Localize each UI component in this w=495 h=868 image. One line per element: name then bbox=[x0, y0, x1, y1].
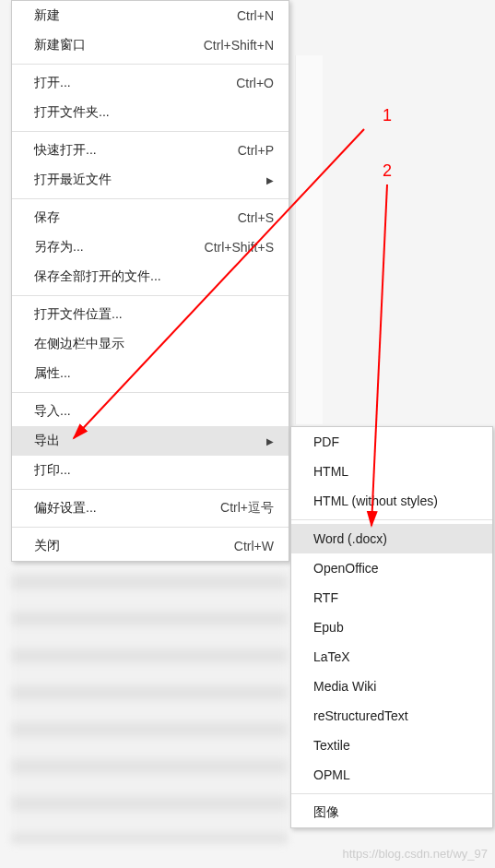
menu-item-label: 保存 bbox=[34, 209, 219, 226]
mainMenu-item[interactable]: 偏好设置...Ctrl+逗号 bbox=[12, 493, 289, 523]
menu-separator bbox=[12, 131, 289, 132]
mainMenu-item[interactable]: 保存全部打开的文件... bbox=[12, 262, 289, 291]
menu-item-label: 在侧边栏中显示 bbox=[34, 336, 274, 352]
mainMenu-item[interactable]: 保存Ctrl+S bbox=[12, 203, 289, 232]
menu-item-label: 打开最近文件 bbox=[34, 172, 259, 188]
subMenu-item[interactable]: LaTeX bbox=[291, 642, 492, 672]
menu-item-label: LaTeX bbox=[313, 649, 477, 664]
menu-item-label: RTF bbox=[313, 590, 477, 605]
export-submenu: PDFHTMLHTML (without styles)Word (.docx)… bbox=[290, 426, 493, 828]
background-strip bbox=[295, 55, 323, 424]
mainMenu-item[interactable]: 打开最近文件▶ bbox=[12, 165, 289, 195]
mainMenu-item[interactable]: 属性... bbox=[12, 359, 289, 388]
menu-item-label: OpenOffice bbox=[313, 561, 477, 576]
annotation-label-1: 1 bbox=[383, 106, 392, 125]
menu-item-label: 属性... bbox=[34, 365, 274, 382]
annotation-label-2: 2 bbox=[383, 161, 392, 181]
menu-item-label: 打开... bbox=[34, 75, 218, 91]
menu-item-label: Word (.docx) bbox=[313, 531, 477, 546]
subMenu-item[interactable]: HTML bbox=[291, 457, 492, 486]
menu-separator bbox=[12, 64, 289, 65]
menu-item-label: 新建 bbox=[34, 7, 218, 24]
submenu-arrow-icon: ▶ bbox=[266, 436, 274, 446]
menu-item-label: 导入... bbox=[34, 403, 274, 420]
mainMenu-item[interactable]: 快速打开...Ctrl+P bbox=[12, 136, 289, 165]
menu-item-shortcut: Ctrl+W bbox=[234, 539, 274, 553]
menu-separator bbox=[12, 489, 289, 490]
mainMenu-item[interactable]: 另存为...Ctrl+Shift+S bbox=[12, 232, 289, 262]
subMenu-item[interactable]: PDF bbox=[291, 427, 492, 457]
submenu-arrow-icon: ▶ bbox=[266, 175, 274, 185]
mainMenu-item[interactable]: 打开文件位置... bbox=[12, 300, 289, 329]
menu-separator bbox=[291, 793, 492, 794]
subMenu-item[interactable]: OpenOffice bbox=[291, 553, 492, 583]
menu-item-label: OPML bbox=[313, 767, 477, 782]
menu-item-label: reStructuredText bbox=[313, 708, 477, 723]
menu-item-label: 打开文件位置... bbox=[34, 306, 274, 323]
menu-item-label: HTML bbox=[313, 464, 477, 479]
menu-separator bbox=[12, 198, 289, 199]
menu-separator bbox=[291, 519, 492, 520]
menu-item-shortcut: Ctrl+Shift+N bbox=[204, 38, 274, 53]
menu-separator bbox=[12, 527, 289, 528]
mainMenu-item[interactable]: 新建Ctrl+N bbox=[12, 1, 289, 30]
subMenu-item[interactable]: Epub bbox=[291, 612, 492, 642]
menu-item-label: Textile bbox=[313, 738, 477, 753]
menu-item-label: 快速打开... bbox=[34, 142, 219, 159]
menu-item-shortcut: Ctrl+N bbox=[237, 8, 274, 23]
menu-item-label: 导出 bbox=[34, 433, 259, 449]
subMenu-item[interactable]: Media Wiki bbox=[291, 672, 492, 701]
menu-item-label: Epub bbox=[313, 620, 477, 635]
file-menu: 新建Ctrl+N新建窗口Ctrl+Shift+N打开...Ctrl+O打开文件夹… bbox=[11, 0, 289, 562]
menu-item-shortcut: Ctrl+S bbox=[238, 210, 274, 225]
menu-separator bbox=[12, 392, 289, 393]
mainMenu-item[interactable]: 在侧边栏中显示 bbox=[12, 329, 289, 359]
menu-item-shortcut: Ctrl+Shift+S bbox=[205, 240, 274, 255]
subMenu-item[interactable]: Word (.docx) bbox=[291, 524, 492, 553]
menu-item-shortcut: Ctrl+逗号 bbox=[220, 500, 274, 517]
menu-item-label: 另存为... bbox=[34, 239, 186, 256]
subMenu-item[interactable]: HTML (without styles) bbox=[291, 486, 492, 516]
menu-item-label: 偏好设置... bbox=[34, 500, 202, 517]
menu-item-label: 新建窗口 bbox=[34, 37, 185, 54]
mainMenu-item[interactable]: 导出▶ bbox=[12, 426, 289, 456]
menu-item-label: 打印... bbox=[34, 462, 274, 479]
menu-separator bbox=[12, 295, 289, 296]
menu-item-shortcut: Ctrl+O bbox=[236, 76, 274, 90]
mainMenu-item[interactable]: 关闭Ctrl+W bbox=[12, 531, 289, 561]
mainMenu-item[interactable]: 打开文件夹... bbox=[12, 98, 289, 127]
menu-item-label: HTML (without styles) bbox=[313, 493, 477, 508]
mainMenu-item[interactable]: 打印... bbox=[12, 456, 289, 485]
subMenu-item[interactable]: OPML bbox=[291, 760, 492, 790]
mainMenu-item[interactable]: 新建窗口Ctrl+Shift+N bbox=[12, 30, 289, 60]
menu-item-label: 图像 bbox=[313, 804, 477, 821]
menu-item-label: 打开文件夹... bbox=[34, 104, 274, 121]
subMenu-item[interactable]: Textile bbox=[291, 731, 492, 760]
menu-item-label: 关闭 bbox=[34, 538, 216, 554]
watermark: https://blog.csdn.net/wy_97 bbox=[342, 847, 488, 861]
menu-item-shortcut: Ctrl+P bbox=[238, 143, 274, 158]
menu-item-label: Media Wiki bbox=[313, 679, 477, 694]
subMenu-item[interactable]: reStructuredText bbox=[291, 701, 492, 731]
menu-item-label: 保存全部打开的文件... bbox=[34, 268, 274, 285]
mainMenu-item[interactable]: 打开...Ctrl+O bbox=[12, 68, 289, 98]
blurred-background bbox=[11, 567, 288, 844]
subMenu-item[interactable]: RTF bbox=[291, 583, 492, 612]
subMenu-item[interactable]: 图像 bbox=[291, 798, 492, 827]
menu-item-label: PDF bbox=[313, 434, 477, 449]
mainMenu-item[interactable]: 导入... bbox=[12, 397, 289, 426]
